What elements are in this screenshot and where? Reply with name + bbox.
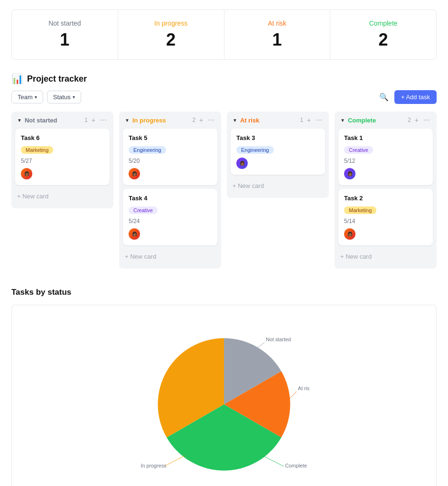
- col-count-in-progress: 2: [192, 117, 196, 123]
- add-task-button[interactable]: + Add task: [394, 90, 437, 104]
- section-title: Project tracker: [27, 74, 87, 84]
- summary-label-complete: Complete: [338, 19, 429, 27]
- col-add-button-not-started[interactable]: +: [91, 116, 96, 124]
- summary-count-not-started: 1: [19, 30, 110, 50]
- col-add-button-in-progress[interactable]: +: [198, 116, 204, 124]
- summary-label-in-progress: In progress: [126, 19, 216, 27]
- task-card-task3[interactable]: Task 3 Engineering 👩🏾: [231, 129, 325, 175]
- team-filter-button[interactable]: Team ▾: [11, 91, 43, 103]
- summary-label-at-risk: At risk: [232, 19, 323, 27]
- collapse-icon: ▼: [233, 118, 237, 123]
- task-card-task1[interactable]: Task 1 Creative 5/12 👩🏾: [338, 129, 433, 185]
- col-header-at-risk: ▼ At risk 1 + ⋯: [231, 116, 325, 124]
- label-line-in-progress: [164, 456, 185, 467]
- col-more-button-complete[interactable]: ⋯: [422, 116, 431, 124]
- task-title: Task 4: [129, 195, 212, 202]
- summary-label-not-started: Not started: [19, 19, 110, 27]
- col-count-at-risk: 1: [300, 117, 303, 123]
- col-count-not-started: 1: [84, 117, 88, 123]
- avatar: 👩🏾: [129, 228, 140, 240]
- col-not-started: ▼ Not started 1 + ⋯ Task 6 Marketing 5/2…: [11, 112, 113, 208]
- chart-icon: 📊: [11, 73, 23, 84]
- avatar: 👩🏾: [344, 168, 355, 179]
- chevron-down-icon: ▾: [35, 94, 37, 100]
- col-more-button-not-started[interactable]: ⋯: [99, 116, 108, 124]
- collapse-icon: ▼: [340, 118, 345, 123]
- section-header: 📊 Project tracker: [11, 73, 437, 84]
- chart-label-in-progress: In progress: [141, 463, 167, 468]
- avatar: 👩🏾: [344, 228, 355, 240]
- task-title: Task 6: [21, 134, 104, 141]
- summary-card-at-risk: At risk 1: [224, 10, 331, 59]
- filter-group: Team ▾ Status ▾: [11, 91, 81, 103]
- task-card-task4[interactable]: Task 4 Creative 5/24 👩🏾: [123, 189, 217, 245]
- task-card-task2[interactable]: Task 2 Marketing 5/14 👩🏾: [338, 189, 433, 245]
- chart-container: Not started At risk Complete In progress: [11, 305, 437, 486]
- col-count-complete: 2: [408, 117, 411, 123]
- add-task-label: + Add task: [401, 93, 430, 101]
- col-header-in-progress: ▼ In progress 2 + ⋯: [123, 116, 217, 124]
- avatar: 👩🏾: [236, 158, 248, 169]
- task-tag: Engineering: [129, 146, 166, 154]
- summary-count-at-risk: 1: [232, 30, 323, 50]
- chevron-down-icon: ▾: [73, 94, 75, 100]
- chart-title: Tasks by status: [11, 288, 437, 297]
- task-card-task5[interactable]: Task 5 Engineering 5/20 👩🏾: [123, 129, 217, 185]
- task-date: 5/14: [344, 218, 427, 224]
- col-title-not-started: Not started: [25, 117, 82, 124]
- col-header-complete: ▼ Complete 2 + ⋯: [338, 116, 433, 124]
- summary-card-not-started: Not started 1: [12, 10, 118, 59]
- new-card-button-at-risk[interactable]: + New card: [231, 178, 325, 193]
- new-card-button-complete[interactable]: + New card: [338, 249, 433, 264]
- task-date: 5/12: [344, 158, 427, 164]
- tracker-toolbar: Team ▾ Status ▾ 🔍 + Add task: [11, 90, 437, 104]
- summary-card-in-progress: In progress 2: [118, 10, 224, 59]
- new-card-button-in-progress[interactable]: + New card: [123, 249, 217, 264]
- avatar: 👩🏾: [129, 168, 140, 179]
- toolbar-right: 🔍 + Add task: [377, 90, 437, 104]
- tasks-by-status-section: Tasks by status: [11, 288, 437, 486]
- summary-row: Not started 1 In progress 2 At risk 1 Co…: [11, 9, 437, 60]
- status-filter-button[interactable]: Status ▾: [47, 91, 81, 103]
- task-tag: Marketing: [21, 146, 53, 154]
- label-line-complete: [262, 456, 284, 467]
- col-more-button-at-risk[interactable]: ⋯: [315, 116, 323, 124]
- search-button[interactable]: 🔍: [377, 91, 391, 103]
- chart-label-not-started: Not started: [266, 336, 291, 342]
- collapse-icon: ▼: [17, 118, 22, 123]
- new-card-button-not-started[interactable]: + New card: [15, 189, 110, 204]
- task-title: Task 1: [344, 134, 427, 141]
- col-in-progress: ▼ In progress 2 + ⋯ Task 5 Engineering 5…: [119, 112, 221, 269]
- col-title-at-risk: At risk: [240, 117, 297, 124]
- task-tag: Marketing: [344, 206, 376, 214]
- new-card-label: + New card: [233, 182, 264, 189]
- task-card-task6[interactable]: Task 6 Marketing 5/27 👩🏾: [15, 129, 110, 185]
- task-tag: Creative: [129, 206, 158, 214]
- summary-count-complete: 2: [338, 30, 429, 50]
- new-card-label: + New card: [125, 253, 156, 260]
- task-title: Task 3: [236, 134, 319, 141]
- status-filter-label: Status: [53, 93, 71, 101]
- task-date: 5/24: [129, 218, 212, 224]
- col-at-risk: ▼ At risk 1 + ⋯ Task 3 Engineering 👩🏾 + …: [227, 112, 329, 198]
- chart-label-complete: Complete: [285, 463, 307, 468]
- chart-label-at-risk: At risk: [298, 385, 309, 391]
- col-add-button-at-risk[interactable]: +: [306, 116, 312, 124]
- avatar: 👩🏾: [21, 168, 32, 179]
- task-title: Task 2: [344, 195, 427, 202]
- collapse-icon: ▼: [125, 118, 130, 123]
- col-title-in-progress: In progress: [132, 117, 189, 124]
- new-card-label: + New card: [340, 253, 372, 260]
- task-tag: Engineering: [236, 146, 274, 154]
- new-card-label: + New card: [17, 193, 48, 200]
- col-title-complete: Complete: [348, 117, 405, 124]
- task-title: Task 5: [129, 134, 212, 141]
- col-add-button-complete[interactable]: +: [414, 116, 420, 124]
- team-filter-label: Team: [18, 93, 33, 101]
- summary-card-complete: Complete 2: [330, 10, 436, 59]
- col-more-button-in-progress[interactable]: ⋯: [207, 116, 215, 124]
- task-date: 5/27: [21, 158, 104, 164]
- col-header-not-started: ▼ Not started 1 + ⋯: [15, 116, 110, 124]
- task-date: 5/20: [129, 158, 212, 164]
- pie-chart: Not started At risk Complete In progress: [139, 319, 309, 486]
